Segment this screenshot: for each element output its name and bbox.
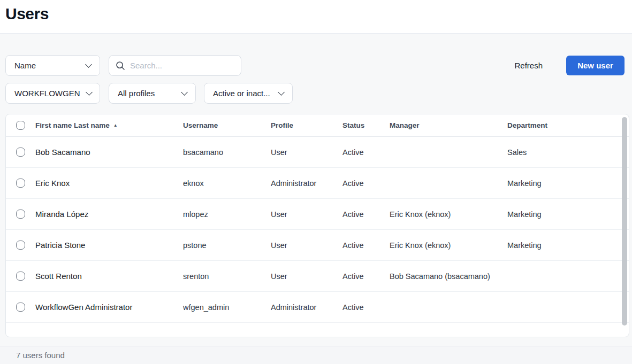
table-header-row: First name Last name▲ Username Profile S… <box>6 114 629 137</box>
search-attribute-select[interactable]: Name <box>5 55 100 76</box>
search-icon <box>116 61 125 71</box>
cell-full-name: Scott Renton <box>35 272 183 281</box>
row-checkbox[interactable] <box>16 241 25 250</box>
column-header-name-label: First name Last name <box>35 121 110 129</box>
row-checkbox[interactable] <box>16 272 25 281</box>
chevron-down-icon <box>181 89 188 96</box>
row-checkbox[interactable] <box>16 148 25 157</box>
table-row[interactable]: Eric Knox eknox Administrator Active Mar… <box>6 168 629 199</box>
profile-select-value: All profiles <box>118 89 155 98</box>
sort-ascending-icon: ▲ <box>113 123 118 128</box>
status-select-value: Active or inact... <box>213 89 270 98</box>
column-header-name[interactable]: First name Last name▲ <box>35 121 183 129</box>
cell-status: Active <box>342 148 390 157</box>
row-checkbox[interactable] <box>16 179 25 188</box>
cell-manager: Eric Knox (eknox) <box>390 241 507 250</box>
cell-username: mlopez <box>183 210 271 219</box>
row-checkbox[interactable] <box>16 210 25 219</box>
toolbar-row-1: Name Refresh New user <box>5 55 625 76</box>
cell-status: Active <box>342 241 390 250</box>
page-footer: 7 users found <box>0 346 632 364</box>
profile-select[interactable]: All profiles <box>109 83 196 104</box>
cell-department: Sales <box>507 148 629 157</box>
content-area: Name Refresh New user WORKFLOWGEN All pr… <box>0 34 632 346</box>
directory-select[interactable]: WORKFLOWGEN <box>5 83 100 104</box>
column-header-manager[interactable]: Manager <box>390 121 507 129</box>
table-row[interactable]: WorkflowGen Administrator wfgen_admin Ad… <box>6 292 629 323</box>
cell-username: wfgen_admin <box>183 303 271 312</box>
refresh-button[interactable]: Refresh <box>512 57 545 74</box>
column-header-status[interactable]: Status <box>342 121 390 129</box>
cell-department: Marketing <box>507 179 629 188</box>
select-all-checkbox[interactable] <box>16 121 25 130</box>
cell-manager: Eric Knox (eknox) <box>390 210 507 219</box>
cell-department: Marketing <box>507 210 629 219</box>
cell-username: pstone <box>183 241 271 250</box>
cell-full-name: WorkflowGen Administrator <box>35 303 183 312</box>
table-row[interactable]: Scott Renton srenton User Active Bob Sac… <box>6 261 629 292</box>
new-user-button[interactable]: New user <box>566 56 625 75</box>
chevron-down-icon <box>278 89 285 96</box>
directory-select-value: WORKFLOWGEN <box>14 89 80 98</box>
column-header-username[interactable]: Username <box>183 121 271 129</box>
cell-profile: User <box>271 272 342 281</box>
status-select[interactable]: Active or inact... <box>204 83 293 104</box>
cell-full-name: Miranda López <box>35 210 183 219</box>
cell-full-name: Patricia Stone <box>35 241 183 250</box>
cell-profile: Administrator <box>271 179 342 188</box>
cell-status: Active <box>342 272 390 281</box>
table-scrollbar[interactable] <box>622 117 627 326</box>
chevron-down-icon <box>86 89 93 96</box>
chevron-down-icon <box>85 61 92 68</box>
column-header-department[interactable]: Department <box>507 121 629 129</box>
cell-full-name: Eric Knox <box>35 179 183 188</box>
cell-status: Active <box>342 303 390 312</box>
cell-status: Active <box>342 179 390 188</box>
cell-profile: Administrator <box>271 303 342 312</box>
page-header: Users <box>0 0 632 34</box>
cell-username: bsacamano <box>183 148 271 157</box>
cell-profile: User <box>271 241 342 250</box>
cell-profile: User <box>271 148 342 157</box>
table-body: Bob Sacamano bsacamano User Active Sales… <box>6 137 629 323</box>
search-box[interactable] <box>109 55 241 76</box>
table-row[interactable]: Patricia Stone pstone User Active Eric K… <box>6 230 629 261</box>
search-input[interactable] <box>130 61 234 70</box>
cell-profile: User <box>271 210 342 219</box>
cell-status: Active <box>342 210 390 219</box>
search-attribute-select-value: Name <box>14 61 36 70</box>
cell-username: eknox <box>183 179 271 188</box>
table-row[interactable]: Bob Sacamano bsacamano User Active Sales <box>6 137 629 168</box>
user-count-text: 7 users found <box>16 351 65 360</box>
cell-username: srenton <box>183 272 271 281</box>
row-checkbox[interactable] <box>16 303 25 312</box>
toolbar-row-2: WORKFLOWGEN All profiles Active or inact… <box>5 83 293 104</box>
cell-manager: Bob Sacamano (bsacamano) <box>390 272 507 281</box>
column-header-profile[interactable]: Profile <box>271 121 342 129</box>
table-row[interactable]: Miranda López mlopez User Active Eric Kn… <box>6 199 629 230</box>
cell-full-name: Bob Sacamano <box>35 148 183 157</box>
cell-department: Marketing <box>507 241 629 250</box>
page-title: Users <box>5 5 632 23</box>
users-table: First name Last name▲ Username Profile S… <box>5 114 629 337</box>
